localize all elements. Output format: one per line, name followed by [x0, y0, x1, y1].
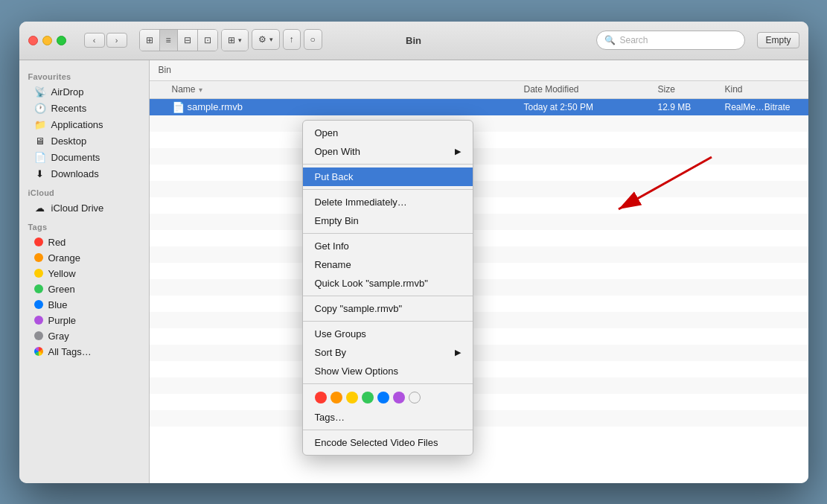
sidebar-item-yellow[interactable]: Yellow — [22, 266, 146, 281]
empty-row — [150, 148, 808, 165]
action-chevron-icon: ▾ — [269, 36, 273, 43]
sidebar-item-applications[interactable]: 📁 Applications — [22, 117, 146, 133]
icon-view-icon: ⊞ — [146, 35, 153, 45]
titlebar: ‹ › ⊞ ≡ ⊟ ⊡ ⊞ ▾ — [19, 22, 808, 60]
file-date-cell: Today at 2:50 PM — [518, 102, 652, 112]
empty-button[interactable]: Empty — [757, 32, 799, 48]
sidebar-item-blue[interactable]: Blue — [22, 297, 146, 313]
menu-item-sort-by[interactable]: Sort By ▶ — [303, 343, 473, 362]
close-button[interactable] — [28, 36, 38, 45]
menu-tag-red[interactable] — [315, 392, 327, 403]
cover-view-icon: ⊡ — [204, 35, 211, 45]
sidebar-item-label: Downloads — [51, 168, 99, 179]
sidebar-item-purple[interactable]: Purple — [22, 313, 146, 328]
minimize-button[interactable] — [42, 36, 52, 45]
menu-item-rename[interactable]: Rename — [303, 255, 473, 274]
file-size-cell: 12.9 MB — [652, 102, 719, 112]
search-placeholder: Search — [619, 35, 648, 45]
sidebar-item-downloads[interactable]: ⬇ Downloads — [22, 166, 146, 182]
tag-button[interactable]: ○ — [304, 29, 322, 50]
sidebar-item-green[interactable]: Green — [22, 281, 146, 297]
context-menu: Open Open With ▶ Put Back Delete Immedia… — [302, 120, 473, 456]
empty-row — [150, 115, 808, 132]
menu-tag-green[interactable] — [362, 392, 374, 403]
view-mode-group: ⊞ ≡ ⊟ ⊡ — [139, 29, 218, 51]
menu-item-get-info[interactable]: Get Info — [303, 237, 473, 255]
sidebar-item-documents[interactable]: 📄 Documents — [22, 150, 146, 166]
menu-tag-orange[interactable] — [331, 392, 342, 403]
menu-item-label: Show View Options — [315, 366, 399, 377]
tags-section-label: Tags — [19, 217, 149, 235]
forward-button[interactable]: › — [106, 33, 127, 48]
icon-view-button[interactable]: ⊞ — [140, 30, 160, 51]
blue-tag-dot — [34, 300, 43, 309]
search-bar[interactable]: 🔍 Search — [596, 31, 745, 50]
sidebar-item-airdrop[interactable]: 📡 AirDrop — [22, 84, 146, 101]
yellow-tag-dot — [34, 269, 43, 278]
airdrop-icon: 📡 — [34, 86, 46, 98]
menu-item-open-with[interactable]: Open With ▶ — [303, 142, 473, 161]
menu-tag-purple[interactable] — [393, 392, 405, 403]
menu-separator — [303, 189, 473, 190]
kind-column-header[interactable]: Kind — [719, 84, 808, 95]
menu-item-encode[interactable]: Encode Selected Video Files — [303, 433, 473, 452]
date-column-header[interactable]: Date Modified — [518, 84, 652, 95]
sidebar-item-gray[interactable]: Gray — [22, 328, 146, 344]
sidebar-item-label: Yellow — [48, 268, 76, 279]
sidebar-item-label: Recents — [51, 103, 87, 114]
applications-icon: 📁 — [34, 119, 46, 131]
sidebar-item-orange[interactable]: Orange — [22, 250, 146, 266]
search-icon: 🔍 — [604, 35, 616, 45]
chevron-down-icon: ▾ — [238, 36, 242, 44]
menu-item-label: Sort By — [315, 347, 347, 358]
sidebar-item-icloud-drive[interactable]: ☁ iCloud Drive — [22, 200, 146, 217]
path-label: Bin — [159, 65, 171, 75]
sidebar-item-label: Documents — [51, 152, 100, 163]
sidebar-item-red[interactable]: Red — [22, 235, 146, 250]
desktop-icon: 🖥 — [34, 135, 46, 147]
favourites-section-label: Favourites — [19, 66, 149, 84]
sidebar-item-label: Orange — [48, 252, 80, 264]
maximize-button[interactable] — [57, 36, 66, 45]
file-name-cell: 📄 sample.rmvb — [150, 101, 518, 113]
menu-tag-none[interactable] — [409, 392, 421, 403]
back-button[interactable]: ‹ — [84, 33, 105, 48]
menu-item-label: Get Info — [315, 240, 349, 252]
menu-tag-yellow[interactable] — [346, 392, 358, 403]
menu-separator — [303, 383, 473, 384]
menu-item-put-back[interactable]: Put Back — [303, 168, 473, 186]
menu-item-copy[interactable]: Copy "sample.rmvb" — [303, 299, 473, 318]
menu-tag-blue[interactable] — [377, 392, 389, 403]
window-title: Bin — [406, 35, 421, 46]
menu-item-tags[interactable]: Tags… — [303, 408, 473, 427]
table-row[interactable]: 📄 sample.rmvb Today at 2:50 PM 12.9 MB R… — [150, 99, 808, 115]
empty-row — [150, 214, 808, 230]
column-view-button[interactable]: ⊟ — [178, 30, 198, 51]
list-view-icon: ≡ — [166, 35, 171, 45]
column-headers: Name ▾ Date Modified Size Kind — [150, 81, 808, 99]
menu-item-delete-immediately[interactable]: Delete Immediately… — [303, 193, 473, 211]
sidebar-item-recents[interactable]: 🕐 Recents — [22, 101, 146, 117]
menu-item-label: Rename — [315, 259, 351, 270]
menu-item-show-view-options[interactable]: Show View Options — [303, 362, 473, 380]
cover-view-button[interactable]: ⊡ — [198, 30, 217, 51]
menu-item-use-groups[interactable]: Use Groups — [303, 325, 473, 343]
menu-item-label: Empty Bin — [315, 215, 359, 226]
sidebar-item-label: AirDrop — [51, 86, 84, 98]
menu-item-empty-bin[interactable]: Empty Bin — [303, 211, 473, 230]
green-tag-dot — [34, 284, 43, 293]
size-column-header[interactable]: Size — [652, 84, 719, 95]
list-view-button[interactable]: ≡ — [160, 30, 178, 51]
group-view-button[interactable]: ⊞ ▾ — [222, 30, 248, 51]
red-tag-dot — [34, 237, 43, 246]
menu-item-quick-look[interactable]: Quick Look "sample.rmvb" — [303, 274, 473, 293]
action-button[interactable]: ⚙ ▾ — [252, 29, 280, 50]
downloads-icon: ⬇ — [34, 168, 46, 180]
sidebar-item-all-tags[interactable]: All Tags… — [22, 344, 146, 360]
sidebar-item-label: Purple — [48, 315, 77, 326]
name-column-header[interactable]: Name ▾ — [150, 84, 518, 95]
sidebar-item-desktop[interactable]: 🖥 Desktop — [22, 133, 146, 150]
share-button[interactable]: ↑ — [283, 29, 301, 50]
empty-row — [150, 312, 808, 328]
menu-item-open[interactable]: Open — [303, 124, 473, 142]
